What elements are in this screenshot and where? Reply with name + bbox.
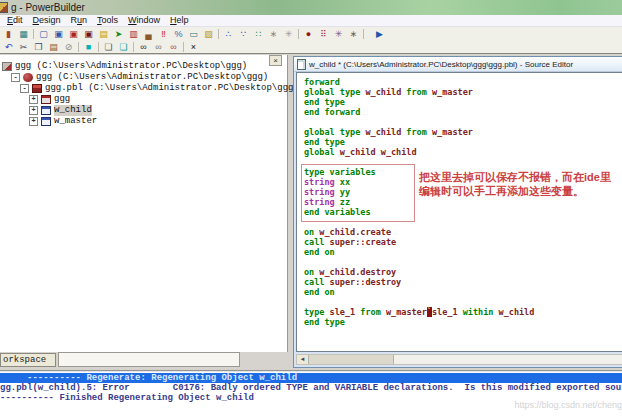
scatter-chart2-icon[interactable]: ∵ bbox=[236, 28, 251, 40]
run-icon[interactable]: ➤ bbox=[111, 28, 126, 40]
window-grid-icon[interactable]: ▣ bbox=[51, 28, 66, 40]
exit-icon[interactable]: ▶ bbox=[372, 28, 387, 40]
tab-strip-blank bbox=[58, 352, 240, 367]
clear-icon[interactable]: ⊘ bbox=[61, 41, 76, 53]
code-line[interactable]: string zz bbox=[297, 197, 622, 207]
percent-icon[interactable]: % bbox=[171, 28, 186, 40]
flower2-icon[interactable]: ✳ bbox=[331, 28, 346, 40]
toolbar-separator bbox=[33, 29, 34, 39]
tree-item-application-ggg[interactable]: +ggg bbox=[0, 94, 287, 105]
target-icon bbox=[23, 73, 33, 82]
undo-icon[interactable]: ↶ bbox=[1, 41, 16, 53]
toolbar-separator bbox=[298, 29, 299, 39]
tree-item-w-master[interactable]: +w_master bbox=[0, 116, 287, 127]
tree-item-target-ggg[interactable]: -ggg (C:\Users\Administrator.PC\Desktop\… bbox=[0, 72, 287, 83]
code-editor[interactable]: forwardglobal type w_child from w_master… bbox=[296, 72, 622, 352]
code-line[interactable]: call super::destroy bbox=[297, 277, 622, 287]
pattern-icon[interactable]: ∗ bbox=[266, 28, 281, 40]
paint-icon[interactable]: ▮ bbox=[1, 28, 16, 40]
menu-design[interactable]: Design bbox=[28, 15, 66, 26]
report-painter-icon[interactable]: ▣ bbox=[81, 28, 96, 40]
system-tree: ggg (C:\Users\Administrator.PC\Desktop\g… bbox=[0, 61, 287, 127]
comment-icon[interactable]: ❏ bbox=[101, 41, 116, 53]
cut-icon[interactable]: ✂ bbox=[16, 41, 31, 53]
code-line[interactable] bbox=[297, 297, 622, 307]
collapse-icon[interactable]: - bbox=[11, 73, 20, 82]
close-icon[interactable]: × bbox=[186, 41, 201, 53]
debug-icon[interactable]: ‼ bbox=[156, 28, 171, 40]
annotation-text: 把这里去掉可以保存不报错，而在ide里 编辑时可以手工再添加这些变量。 bbox=[419, 170, 611, 198]
library-painter-icon[interactable]: ▦ bbox=[16, 28, 31, 40]
code-line[interactable]: global type w_child from w_master bbox=[297, 87, 622, 97]
tree-item-w-child[interactable]: +w_child bbox=[0, 105, 287, 116]
code-line[interactable]: end type bbox=[297, 137, 622, 147]
menu-edit[interactable]: Edit bbox=[2, 15, 28, 26]
close-icon[interactable]: × bbox=[269, 55, 282, 66]
code-line[interactable] bbox=[297, 257, 622, 267]
expand-icon[interactable]: + bbox=[29, 117, 38, 126]
window-icon bbox=[41, 106, 51, 115]
output-line[interactable]: gg.pbl(w_child).5: Error C0176: Badly or… bbox=[0, 383, 622, 393]
select-icon[interactable]: ■ bbox=[81, 41, 96, 53]
graph-icon[interactable]: ∷ bbox=[251, 28, 266, 40]
paste-icon[interactable]: ▤ bbox=[46, 41, 61, 53]
menu-help[interactable]: Help bbox=[165, 15, 194, 26]
datawindow-painter-icon[interactable]: ▣ bbox=[66, 28, 81, 40]
menu-run[interactable]: Run bbox=[66, 15, 93, 26]
code-line[interactable]: type sle_1 from w_master`sle_1 within w_… bbox=[297, 307, 622, 317]
scroll-left-icon[interactable]: ◄ bbox=[297, 355, 309, 364]
powerbuilder-window: g - PowerBuilder EditDesignRunToolsWindo… bbox=[0, 0, 622, 420]
find-next-icon[interactable]: ∞ bbox=[151, 41, 166, 53]
scatter-chart-icon[interactable]: ∴ bbox=[221, 28, 236, 40]
code-line[interactable]: forward bbox=[297, 77, 622, 87]
title-bar: g - PowerBuilder bbox=[0, 0, 622, 15]
window-painter-icon[interactable]: ▢ bbox=[36, 28, 51, 40]
edit-source-icon[interactable]: ▨ bbox=[201, 28, 216, 40]
code-line[interactable] bbox=[297, 217, 622, 227]
form-painter-icon[interactable]: ▤ bbox=[96, 28, 111, 40]
tree-item-library-ggg-pbl[interactable]: -ggg.pbl (C:\Users\Administrator.PC\Desk… bbox=[0, 83, 287, 94]
code-line[interactable] bbox=[297, 157, 622, 167]
annotation-line-2: 编辑时可以手工再添加这些变量。 bbox=[419, 184, 611, 198]
code-line[interactable]: end on bbox=[297, 287, 622, 297]
code-line[interactable]: call super::create bbox=[297, 237, 622, 247]
collapse-icon[interactable]: - bbox=[20, 84, 29, 93]
code-line[interactable]: end type bbox=[297, 317, 622, 327]
editor-title-bar[interactable]: w_child * (C:\Users\Administrator.PC\Des… bbox=[294, 57, 622, 72]
printer-icon[interactable]: ▭ bbox=[186, 28, 201, 40]
tab-workspace[interactable]: orkspace bbox=[0, 353, 56, 367]
code-line[interactable]: end type bbox=[297, 97, 622, 107]
scrollbar-thumb[interactable] bbox=[309, 355, 394, 364]
tree-item-workspace-ggg[interactable]: ggg (C:\Users\Administrator.PC\Desktop\g… bbox=[0, 61, 287, 72]
sphere-icon[interactable]: ● bbox=[301, 28, 316, 40]
replace-icon[interactable]: ∞ bbox=[166, 41, 181, 53]
code-line[interactable]: on w_child.create bbox=[297, 227, 622, 237]
expand-icon[interactable]: + bbox=[29, 106, 38, 115]
database-painter-icon[interactable]: ▥ bbox=[126, 28, 141, 40]
copy-icon[interactable]: ❐ bbox=[31, 41, 46, 53]
code-line[interactable] bbox=[297, 117, 622, 127]
window-title: g - PowerBuilder bbox=[11, 2, 85, 13]
menu-window[interactable]: Window bbox=[123, 15, 165, 26]
uncomment-icon[interactable]: ❏ bbox=[116, 41, 131, 53]
code-line[interactable]: end on bbox=[297, 247, 622, 257]
expand-icon[interactable]: + bbox=[29, 95, 38, 104]
speckle-icon[interactable]: ∗ bbox=[346, 28, 361, 40]
code-line[interactable]: global w_child w_child bbox=[297, 147, 622, 157]
menu-tools[interactable]: Tools bbox=[92, 15, 123, 26]
code-line[interactable]: on w_child.destroy bbox=[297, 267, 622, 277]
dots-grid-icon[interactable]: ⠿ bbox=[316, 28, 331, 40]
output-line-selected[interactable]: ---------- Regenerate: Regenerating Obje… bbox=[0, 373, 622, 383]
find-icon[interactable]: ∞ bbox=[136, 41, 151, 53]
briefcase-icon[interactable]: ▄ bbox=[141, 28, 156, 40]
app-icon bbox=[0, 2, 8, 13]
application-icon bbox=[41, 95, 51, 104]
code-line[interactable]: end forward bbox=[297, 107, 622, 117]
source-editor-window: w_child * (C:\Users\Administrator.PC\Des… bbox=[293, 56, 622, 368]
code-line[interactable]: end variables bbox=[297, 207, 622, 217]
flower-icon[interactable]: ✳ bbox=[281, 28, 296, 40]
horizontal-scrollbar[interactable]: ◄ bbox=[296, 354, 622, 365]
code-text[interactable]: forwardglobal type w_child from w_master… bbox=[297, 73, 622, 327]
toolbar-separator bbox=[183, 42, 184, 52]
code-line[interactable]: global type w_child from w_master bbox=[297, 127, 622, 137]
